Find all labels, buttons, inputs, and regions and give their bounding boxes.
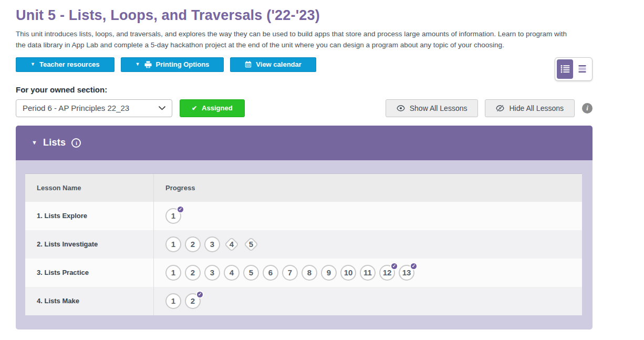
lesson-name-cell: 4. Lists Make <box>25 287 154 315</box>
lesson-table: Lesson Name Progress 1. Lists Explore1✓2… <box>25 173 582 315</box>
lesson-group-header[interactable]: ▼ Lists i <box>16 126 593 160</box>
owned-section-label: For your owned section: <box>16 85 644 94</box>
lesson-group-card: ▼ Lists i Lesson Name Progress 1. Lists … <box>16 126 593 329</box>
completed-check-badge: ✓ <box>176 205 184 213</box>
completed-check-badge: ✓ <box>196 291 204 298</box>
hide-all-lessons-button[interactable]: Hide All Lessons <box>485 99 575 117</box>
level-bubble[interactable]: 1✓ <box>165 208 181 224</box>
completed-check-badge: ✓ <box>390 262 398 270</box>
level-bubble[interactable]: 5 <box>243 265 259 281</box>
lesson-name-cell: 3. Lists Practice <box>25 259 154 287</box>
show-all-lessons-button[interactable]: Show All Lessons <box>386 99 479 117</box>
lesson-name-cell: 1. Lists Explore <box>25 202 154 230</box>
teacher-resources-button[interactable]: ▼ Teacher resources <box>16 57 115 72</box>
eye-icon <box>397 105 405 111</box>
hide-all-lessons-label: Hide All Lessons <box>509 104 564 112</box>
level-bubble[interactable]: 4 <box>224 236 240 252</box>
level-bubble[interactable]: 4 <box>224 265 240 281</box>
assigned-label: Assigned <box>202 104 233 112</box>
level-bubble[interactable]: 8 <box>302 265 317 281</box>
info-icon[interactable]: i <box>582 103 593 114</box>
level-number: 2 <box>191 268 195 277</box>
lesson-table-body: 1. Lists Explore1✓2. Lists Investigate12… <box>25 202 582 315</box>
caret-down-icon: ▼ <box>30 62 35 67</box>
lesson-name-link[interactable]: 4. Lists Make <box>37 297 79 305</box>
view-calendar-button[interactable]: View calendar <box>230 57 316 72</box>
level-number: 4 <box>230 240 234 249</box>
lesson-name-cell: 2. Lists Investigate <box>25 230 154 259</box>
level-number: 4 <box>230 268 234 277</box>
lesson-name-link[interactable]: 3. Lists Practice <box>37 269 89 276</box>
caret-down-icon: ▼ <box>32 140 37 146</box>
level-number: 1 <box>171 296 175 305</box>
list-view-icon <box>560 65 570 73</box>
progress-cell: 12✓ <box>154 287 582 315</box>
level-number: 3 <box>210 240 214 249</box>
chevron-down-icon <box>159 106 165 110</box>
level-number: 5 <box>249 240 253 249</box>
level-number: 1 <box>171 240 175 249</box>
level-bubble[interactable]: 6 <box>263 265 278 281</box>
level-bubble[interactable]: 11 <box>360 265 376 281</box>
table-row: 3. Lists Practice123456789101112✓13✓ <box>25 259 582 287</box>
check-icon: ✔ <box>192 105 197 112</box>
printing-options-label: Printing Options <box>156 60 210 68</box>
level-number: 6 <box>268 268 273 277</box>
level-number: 5 <box>249 268 253 277</box>
level-number: 12 <box>383 268 392 277</box>
level-bubble[interactable]: 2 <box>185 236 201 252</box>
level-number: 11 <box>363 268 372 277</box>
level-number: 8 <box>307 268 311 277</box>
level-bubble[interactable]: 5 <box>243 236 259 252</box>
level-bubble[interactable]: 10 <box>340 265 356 281</box>
level-bubble[interactable]: 1 <box>165 265 181 281</box>
level-bubble[interactable]: 1 <box>165 236 181 252</box>
level-bubble[interactable]: 9 <box>321 265 337 281</box>
level-bubble[interactable]: 2 <box>185 265 201 281</box>
level-number: 7 <box>288 268 292 277</box>
level-bubble[interactable]: 7 <box>282 265 298 281</box>
level-number: 13 <box>402 268 411 277</box>
show-all-lessons-label: Show All Lessons <box>410 104 468 112</box>
level-bubble[interactable]: 3 <box>204 265 220 281</box>
table-row: 2. Lists Investigate12345 <box>25 230 582 259</box>
assigned-button[interactable]: ✔ Assigned <box>180 99 245 117</box>
level-bubble[interactable]: 13✓ <box>399 265 414 281</box>
printing-options-button[interactable]: ▼ Printing Options <box>121 57 224 72</box>
view-calendar-label: View calendar <box>256 60 301 68</box>
group-info-icon[interactable]: i <box>71 138 81 148</box>
level-bubble[interactable]: 2✓ <box>185 293 201 309</box>
detail-view-button[interactable] <box>574 59 590 79</box>
lesson-visibility-controls: Show All Lessons Hide All Lessons i <box>379 99 593 117</box>
lesson-table-header: Lesson Name Progress <box>25 174 582 202</box>
page-title: Unit 5 - Lists, Loops, and Traversals ('… <box>16 7 644 24</box>
level-number: 1 <box>171 268 175 277</box>
level-bubble[interactable]: 3 <box>204 236 220 252</box>
section-select[interactable]: Period 6 - AP Principles 22_23 <box>16 99 172 117</box>
progress-cell: 12345 <box>154 230 582 259</box>
lesson-name-link[interactable]: 2. Lists Investigate <box>37 240 98 248</box>
teacher-resources-label: Teacher resources <box>39 60 100 68</box>
column-header-progress: Progress <box>154 174 582 202</box>
level-number: 10 <box>344 268 353 277</box>
printer-icon <box>144 61 152 68</box>
eye-slash-icon <box>496 105 504 111</box>
lesson-name-link[interactable]: 1. Lists Explore <box>37 212 87 220</box>
list-view-button[interactable] <box>557 59 573 79</box>
column-header-lesson-name: Lesson Name <box>25 174 154 202</box>
level-bubble[interactable]: 1 <box>165 293 181 309</box>
progress-cell: 123456789101112✓13✓ <box>154 259 582 287</box>
calendar-icon <box>245 61 252 68</box>
table-row: 1. Lists Explore1✓ <box>25 202 582 230</box>
level-bubble[interactable]: 12✓ <box>379 265 395 281</box>
toolbar: ▼ Teacher resources ▼ Printing Options V… <box>16 57 593 81</box>
unit-description: This unit introduces lists, loops, and t… <box>16 29 568 51</box>
progress-cell: 1✓ <box>154 202 582 230</box>
level-number: 9 <box>327 268 331 277</box>
level-number: 2 <box>191 296 195 305</box>
caret-down-icon: ▼ <box>136 62 140 67</box>
completed-check-badge: ✓ <box>410 262 418 270</box>
view-mode-toggle <box>555 57 593 81</box>
section-controls: Period 6 - AP Principles 22_23 ✔ Assigne… <box>16 99 593 117</box>
level-number: 2 <box>191 240 195 249</box>
